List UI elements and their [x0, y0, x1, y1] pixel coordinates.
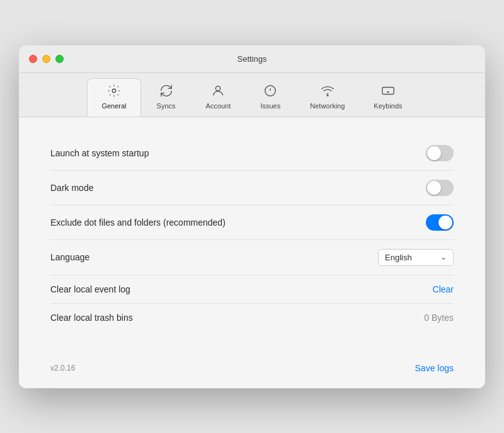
- clear-event-log-button[interactable]: Clear: [433, 284, 454, 294]
- keybinds-icon: [381, 84, 395, 100]
- tab-keybinds[interactable]: Keybinds: [359, 78, 416, 117]
- save-logs-button[interactable]: Save logs: [415, 363, 454, 373]
- traffic-lights: [29, 55, 64, 63]
- language-label: Language: [50, 252, 89, 262]
- settings-window: Settings General Syncs: [19, 45, 485, 388]
- tab-general[interactable]: General: [87, 78, 140, 117]
- trash-bins-value: 0 Bytes: [424, 313, 454, 323]
- language-select[interactable]: English ⌄: [378, 249, 454, 266]
- exclude-dot-files-label: Exclude dot files and folders (recommend…: [50, 217, 226, 228]
- dark-mode-row: Dark mode: [50, 171, 454, 205]
- account-icon: [211, 84, 225, 100]
- titlebar: Settings: [19, 45, 485, 73]
- dark-mode-toggle[interactable]: [426, 180, 454, 196]
- syncs-icon: [159, 84, 173, 100]
- tab-general-label: General: [101, 102, 126, 110]
- window-title: Settings: [238, 54, 267, 64]
- svg-point-5: [327, 95, 328, 96]
- tab-syncs-label: Syncs: [157, 102, 176, 110]
- tab-syncs[interactable]: Syncs: [141, 78, 192, 117]
- general-icon: [107, 84, 121, 100]
- tabbar: General Syncs Account: [19, 73, 485, 117]
- exclude-dot-files-row: Exclude dot files and folders (recommend…: [50, 205, 454, 240]
- tab-networking[interactable]: Networking: [295, 78, 359, 117]
- tab-keybinds-label: Keybinds: [374, 102, 402, 110]
- close-button[interactable]: [29, 55, 37, 63]
- dark-mode-label: Dark mode: [50, 183, 93, 193]
- clear-event-log-row: Clear local event log Clear: [50, 275, 454, 304]
- footer: v2.0.16 Save logs: [19, 350, 485, 388]
- svg-point-1: [216, 86, 220, 90]
- clear-trash-bins-label: Clear local trash bins: [50, 313, 133, 323]
- clear-trash-bins-row: Clear local trash bins 0 Bytes: [50, 304, 454, 332]
- tab-issues[interactable]: Issues: [245, 78, 295, 117]
- minimize-button[interactable]: [42, 55, 50, 63]
- settings-content: Launch at system startup Dark mode Exclu…: [19, 117, 485, 350]
- language-row: Language English ⌄: [50, 240, 454, 275]
- svg-rect-6: [382, 87, 394, 94]
- networking-icon: [321, 84, 335, 100]
- tab-account[interactable]: Account: [192, 78, 246, 117]
- tab-networking-label: Networking: [310, 102, 345, 110]
- launch-startup-toggle[interactable]: [426, 145, 454, 161]
- exclude-dot-files-toggle[interactable]: [426, 214, 454, 231]
- maximize-button[interactable]: [55, 55, 64, 63]
- language-value: English: [385, 253, 412, 262]
- svg-point-0: [112, 89, 116, 93]
- tab-account-label: Account: [206, 102, 231, 110]
- tab-issues-label: Issues: [260, 102, 280, 110]
- chevron-down-icon: ⌄: [440, 253, 447, 262]
- issues-icon: [263, 84, 277, 100]
- version-label: v2.0.16: [50, 364, 75, 372]
- clear-event-log-label: Clear local event log: [50, 284, 130, 294]
- launch-startup-row: Launch at system startup: [50, 136, 454, 171]
- launch-startup-label: Launch at system startup: [50, 148, 149, 158]
